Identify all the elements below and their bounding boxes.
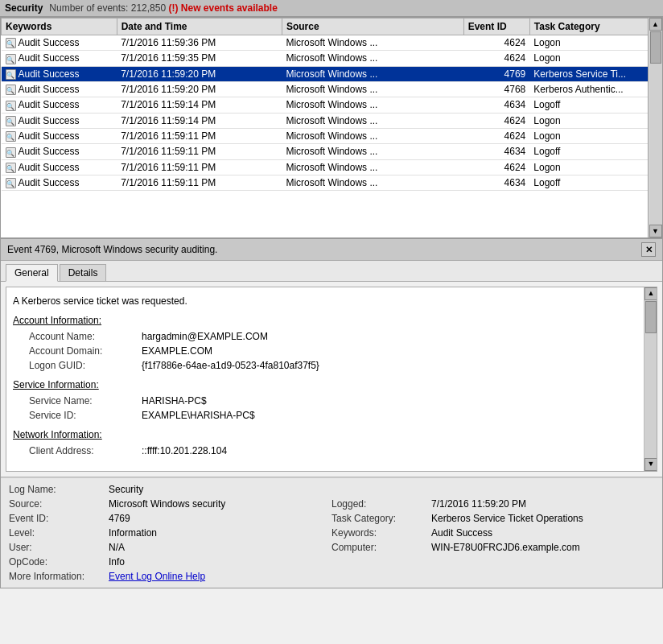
event-list-container: Keywords Date and Time Source Event ID T… [0, 17, 663, 238]
scroll-track[interactable] [649, 31, 662, 225]
cell-taskcategory: Logoff [529, 175, 661, 190]
cell-eventid: 4624 [463, 128, 529, 143]
cell-source: Microsoft Windows ... [282, 175, 463, 190]
account-info-title: Account Information: [13, 313, 650, 328]
meta-opcode-value: Info [109, 556, 125, 568]
meta-logged-value: 7/1/2016 11:59:20 PM [431, 498, 526, 510]
audit-success-icon: 🔍 [6, 116, 16, 126]
event-table: Keywords Date and Time Source Event ID T… [1, 18, 662, 191]
cell-source: Microsoft Windows ... [282, 144, 463, 159]
table-row[interactable]: 🔍Audit Success7/1/2016 11:59:11 PMMicros… [2, 159, 662, 175]
table-row[interactable]: 🔍Audit Success7/1/2016 11:59:35 PMMicros… [2, 51, 662, 66]
logon-guid-row: Logon GUID: {f1f7886e-64ae-a1d9-0523-4fa… [29, 358, 650, 373]
table-row[interactable]: 🔍Audit Success7/1/2016 11:59:20 PMMicros… [2, 66, 662, 81]
table-row[interactable]: 🔍Audit Success7/1/2016 11:59:11 PMMicros… [2, 144, 662, 159]
event-log-online-help-link[interactable]: Event Log Online Help [109, 571, 205, 582]
audit-success-icon: 🔍 [6, 178, 16, 188]
service-info-title: Service Information: [13, 378, 650, 392]
meta-level-value: Information [109, 527, 157, 539]
table-row[interactable]: 🔍Audit Success7/1/2016 11:59:11 PMMicros… [2, 128, 662, 143]
client-address-row: Client Address: ::ffff:10.201.228.104 [29, 444, 650, 458]
col-header-keywords[interactable]: Keywords [2, 19, 117, 35]
account-domain-label: Account Domain: [29, 344, 142, 358]
account-name-row: Account Name: hargadmin@EXAMPLE.COM [29, 329, 650, 344]
event-meta: Log Name: Security Source: Microsoft Win… [1, 477, 662, 588]
event-text-area: A Kerberos service ticket was requested.… [6, 287, 657, 472]
scroll-thumb[interactable] [650, 31, 661, 64]
cell-source: Microsoft Windows ... [282, 66, 463, 81]
scroll-up-arrow[interactable]: ▲ [649, 18, 662, 31]
meta-eventid-row: Event ID: 4769 [9, 512, 332, 525]
cell-keywords: 🔍Audit Success [2, 81, 117, 97]
col-header-datetime[interactable]: Date and Time [117, 19, 282, 35]
account-name-label: Account Name: [29, 329, 142, 344]
table-row[interactable]: 🔍Audit Success7/1/2016 11:59:36 PMMicros… [2, 35, 662, 51]
text-scroll-thumb[interactable] [645, 301, 657, 333]
audit-success-icon: 🔍 [6, 131, 16, 142]
table-row[interactable]: 🔍Audit Success7/1/2016 11:59:14 PMMicros… [2, 97, 662, 113]
service-name-value: HARISHA-PC$ [142, 394, 207, 408]
cell-source: Microsoft Windows ... [282, 35, 463, 51]
meta-source-row: Source: Microsoft Windows security [9, 497, 332, 510]
text-scroll-up[interactable]: ▲ [644, 287, 657, 300]
service-info-section: Service Information: Service Name: HARIS… [13, 378, 650, 423]
meta-source-label: Source: [9, 498, 105, 510]
text-scroll-down[interactable]: ▼ [644, 458, 657, 471]
col-header-taskcategory[interactable]: Task Category [529, 19, 661, 35]
client-address-value: ::ffff:10.201.228.104 [142, 444, 227, 458]
meta-eventid-label: Event ID: [9, 513, 105, 524]
text-area-scrollbar[interactable]: ▲ ▼ [644, 287, 657, 471]
cell-eventid: 4624 [463, 35, 529, 51]
cell-datetime: 7/1/2016 11:59:36 PM [117, 35, 282, 51]
list-scrollbar[interactable]: ▲ ▼ [648, 18, 662, 237]
cell-datetime: 7/1/2016 11:59:20 PM [117, 66, 282, 81]
cell-keywords: 🔍Audit Success [2, 35, 117, 51]
logon-guid-value: {f1f7886e-64ae-a1d9-0523-4fa810af37f5} [142, 358, 319, 373]
cell-eventid: 4768 [463, 81, 529, 97]
client-address-label: Client Address: [29, 444, 142, 458]
cell-keywords: 🔍Audit Success [2, 144, 117, 159]
audit-success-icon: 🔍 [6, 101, 16, 111]
cell-source: Microsoft Windows ... [282, 128, 463, 143]
table-row[interactable]: 🔍Audit Success7/1/2016 11:59:14 PMMicros… [2, 113, 662, 128]
cell-keywords: 🔍Audit Success [2, 113, 117, 128]
table-row[interactable]: 🔍Audit Success7/1/2016 11:59:20 PMMicros… [2, 81, 662, 97]
audit-success-icon: 🔍 [6, 54, 16, 64]
cell-keywords: 🔍Audit Success [2, 175, 117, 190]
meta-opcode-label: OpCode: [9, 556, 105, 568]
account-domain-value: EXAMPLE.COM [142, 344, 212, 358]
col-header-eventid[interactable]: Event ID [463, 19, 529, 35]
meta-keywords-label: Keywords: [332, 527, 428, 539]
cell-eventid: 4624 [463, 113, 529, 128]
meta-moreinfo-label: More Information: [9, 571, 105, 582]
text-scroll-track[interactable] [644, 300, 657, 458]
scroll-down-arrow[interactable]: ▼ [649, 225, 662, 237]
meta-user-row: User: N/A [9, 541, 332, 554]
cell-keywords: 🔍Audit Success [2, 97, 117, 113]
cell-taskcategory: Logon [529, 51, 661, 66]
cell-datetime: 7/1/2016 11:59:11 PM [117, 128, 282, 143]
logon-guid-label: Logon GUID: [29, 358, 142, 373]
cell-taskcategory: Kerberos Authentic... [529, 81, 661, 97]
cell-datetime: 7/1/2016 11:59:11 PM [117, 159, 282, 175]
meta-level-label: Level: [9, 527, 105, 539]
cell-datetime: 7/1/2016 11:59:14 PM [117, 97, 282, 113]
event-description: A Kerberos service ticket was requested. [13, 294, 650, 308]
table-row[interactable]: 🔍Audit Success7/1/2016 11:59:11 PMMicros… [2, 175, 662, 190]
tab-general[interactable]: General [6, 264, 58, 282]
meta-taskcategory-row: Task Category: Kerberos Service Ticket O… [332, 512, 654, 525]
network-info-title: Network Information: [13, 427, 650, 442]
meta-logname-label: Log Name: [9, 484, 105, 495]
cell-keywords: 🔍Audit Success [2, 159, 117, 175]
cell-eventid: 4624 [463, 51, 529, 66]
meta-computer-value: WIN-E78U0FRCJD6.example.com [431, 542, 580, 553]
tabs-row: General Details [1, 261, 662, 282]
event-detail-panel: Event 4769, Microsoft Windows security a… [0, 238, 663, 588]
col-header-source[interactable]: Source [282, 19, 463, 35]
cell-source: Microsoft Windows ... [282, 159, 463, 175]
close-button[interactable]: ✕ [641, 242, 656, 257]
tab-details[interactable]: Details [60, 264, 107, 281]
meta-logname-row: Log Name: Security [9, 483, 332, 496]
audit-success-icon: 🔍 [6, 85, 16, 95]
cell-datetime: 7/1/2016 11:59:20 PM [117, 81, 282, 97]
